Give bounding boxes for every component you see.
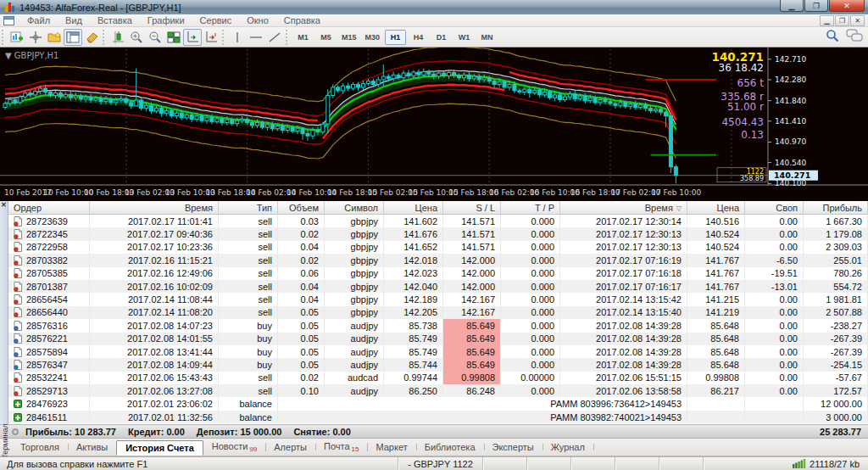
crosshair-button[interactable] bbox=[26, 29, 45, 46]
auto-scroll-button[interactable] bbox=[183, 29, 202, 46]
swap-cell: 0.00 bbox=[745, 319, 804, 332]
table-row[interactable]: 286564542017.02.14 11:08:44sell0.04gbpjp… bbox=[8, 293, 868, 305]
mdi-close-button[interactable]: ✕ bbox=[850, 15, 865, 26]
chat-icon[interactable] bbox=[846, 29, 863, 42]
order-cell: 28723639 bbox=[8, 215, 90, 227]
column-header-11[interactable]: Прибыль bbox=[804, 201, 868, 215]
column-header-6[interactable]: S / L bbox=[443, 201, 501, 215]
close-button[interactable]: ✕ bbox=[829, 0, 865, 12]
timeframe-button-m15[interactable]: M15 bbox=[338, 30, 360, 45]
mdi-restore-button[interactable]: ❐ bbox=[835, 15, 849, 26]
menu-item-справка[interactable]: Справка bbox=[276, 15, 328, 25]
timeframe-button-h4[interactable]: H4 bbox=[408, 30, 429, 45]
tab-новости[interactable]: Новости99 bbox=[203, 439, 266, 455]
timeframe-button-d1[interactable]: D1 bbox=[431, 30, 452, 45]
volume-cell: 0.02 bbox=[278, 254, 325, 266]
swap-cell: 0.00 bbox=[745, 241, 804, 254]
terminal-close-icon[interactable]: ✕ bbox=[1, 202, 7, 209]
column-header-8[interactable]: Время▽ bbox=[560, 201, 687, 215]
tab-активы[interactable]: Активы bbox=[68, 440, 116, 454]
table-row[interactable]: 286564402017.02.14 11:08:20sell0.05gbpjp… bbox=[8, 306, 868, 319]
tp-cell: 0.000 bbox=[501, 306, 560, 319]
menu-item-графики[interactable]: Графики bbox=[140, 15, 192, 25]
price-cell: 85.749 bbox=[384, 345, 443, 358]
table-row[interactable]: 287033822017.02.16 11:15:21sell0.02gbpjp… bbox=[8, 254, 868, 266]
tab-торговля[interactable]: Торговля bbox=[12, 440, 68, 454]
chart-shift-button[interactable] bbox=[202, 29, 220, 46]
column-header-4[interactable]: Символ bbox=[325, 201, 384, 215]
tab-почта[interactable]: Почта15 bbox=[315, 439, 367, 455]
horizontal-line-button[interactable] bbox=[247, 29, 265, 46]
chart-window-icon[interactable] bbox=[3, 16, 14, 25]
type-cell: sell bbox=[219, 384, 278, 397]
menu-item-вставка[interactable]: Вставка bbox=[90, 15, 140, 25]
title-bar[interactable]: 149453: AlfaForex-Real - [GBPJPY,H1] ▁ ❐… bbox=[0, 0, 868, 14]
styler-button[interactable] bbox=[82, 29, 101, 46]
table-row[interactable]: 285762212017.02.08 14:01:55buy0.05audjpy… bbox=[8, 333, 868, 345]
timeframe-button-m1[interactable]: M1 bbox=[292, 30, 314, 45]
new-chart-button[interactable] bbox=[8, 29, 26, 46]
timeframe-button-w1[interactable]: W1 bbox=[453, 30, 475, 45]
vertical-line-button[interactable] bbox=[228, 29, 247, 46]
tab-алерты[interactable]: Алерты bbox=[265, 440, 315, 454]
swap-cell: -13.01 bbox=[745, 280, 804, 293]
search-icon[interactable] bbox=[826, 29, 839, 42]
indicators-button[interactable] bbox=[108, 29, 127, 46]
table-row[interactable]: 285758942017.02.08 13:41:44buy0.05audjpy… bbox=[8, 345, 868, 358]
table-row[interactable]: 287229582017.02.17 10:23:36sell0.04gbpjp… bbox=[8, 241, 868, 254]
tab-история-счета[interactable]: История Счета bbox=[116, 440, 203, 456]
table-row[interactable]: 287236392017.02.17 11:01:41sell0.03gbpjp… bbox=[8, 215, 868, 227]
open-time-cell: 2017.02.17 09:40:36 bbox=[90, 227, 219, 240]
table-row[interactable]: 285322412017.02.06 15:43:43sell0.02audca… bbox=[8, 372, 868, 384]
column-header-1[interactable]: Время bbox=[90, 201, 219, 215]
table-row[interactable]: 285763472017.02.08 14:09:44buy0.05audjpy… bbox=[8, 358, 868, 371]
tab-separator bbox=[593, 444, 594, 450]
timeframe-button-h1[interactable]: H1 bbox=[385, 30, 406, 45]
tab-эксперты[interactable]: Эксперты bbox=[484, 440, 542, 454]
zoom-out-button[interactable] bbox=[146, 29, 164, 46]
column-header-10[interactable]: Своп bbox=[745, 201, 804, 215]
mdi-minimize-button[interactable]: ▁ bbox=[820, 15, 834, 26]
sl-cell: 142.000 bbox=[443, 267, 501, 280]
tile-windows-button[interactable] bbox=[164, 29, 183, 46]
menu-item-файл[interactable]: Файл bbox=[19, 15, 58, 25]
chart-window-mode-button[interactable] bbox=[64, 29, 82, 46]
table-row[interactable]: 284615112017.02.01 11:32:56balancePAMM 8… bbox=[8, 411, 868, 423]
timeframe-button-mn[interactable]: MN bbox=[476, 30, 498, 45]
type-cell: sell bbox=[219, 215, 278, 227]
table-row[interactable]: 285297132017.02.06 13:27:08sell0.10audjp… bbox=[8, 384, 868, 397]
price-cell: 141.676 bbox=[384, 227, 443, 240]
table-row[interactable]: 285763162017.02.08 14:07:23buy0.05audjpy… bbox=[8, 319, 868, 332]
sl-cell: 0.99808 bbox=[443, 372, 501, 384]
column-header-0[interactable]: Ордер bbox=[8, 201, 90, 215]
tab-библиотека[interactable]: Библиотека bbox=[416, 440, 484, 454]
tab-маркет[interactable]: Маркет bbox=[367, 440, 415, 454]
zoom-in-button[interactable] bbox=[127, 29, 146, 46]
tab-журнал[interactable]: Журнал bbox=[542, 440, 593, 454]
column-header-7[interactable]: T / P bbox=[501, 201, 560, 215]
minimize-button[interactable]: ▁ bbox=[780, 0, 804, 12]
restore-button[interactable]: ❐ bbox=[804, 0, 828, 12]
trendline-button[interactable] bbox=[265, 29, 284, 46]
price-chart[interactable]: 142.710142.280141.840141.410140.970140.5… bbox=[0, 48, 868, 201]
menu-item-окно[interactable]: Окно bbox=[239, 15, 276, 25]
table-row[interactable]: 287053852017.02.16 12:49:06sell0.06gbpjp… bbox=[8, 267, 868, 280]
column-header-3[interactable]: Объем bbox=[278, 201, 325, 215]
tile-windows-icon bbox=[167, 31, 181, 43]
menu-item-сервис[interactable]: Сервис bbox=[192, 15, 240, 25]
menu-item-вид[interactable]: Вид bbox=[58, 15, 90, 25]
chart-panel: 142.710142.280141.840141.410140.970140.5… bbox=[0, 48, 868, 201]
app-logo-icon bbox=[5, 3, 15, 13]
timeframe-button-m30[interactable]: M30 bbox=[362, 30, 384, 45]
column-header-2[interactable]: Тип bbox=[219, 201, 278, 215]
column-header-9[interactable]: Цена bbox=[687, 201, 745, 215]
timeframe-button-m5[interactable]: M5 bbox=[315, 30, 337, 45]
table-row[interactable]: 287013872017.02.16 10:02:09sell0.04gbpjp… bbox=[8, 280, 868, 293]
symbol-cell: gbpjpy bbox=[325, 215, 384, 227]
column-header-5[interactable]: Цена bbox=[384, 201, 443, 215]
summary-item: Прибыль: 10 283.77 bbox=[25, 427, 116, 437]
profiles-button[interactable] bbox=[45, 29, 64, 46]
table-row[interactable]: 284769232017.02.01 23:06:02balancePAMM 8… bbox=[8, 397, 868, 410]
table-row[interactable]: 287223452017.02.17 09:40:36sell0.02gbpjp… bbox=[8, 227, 868, 240]
swap-cell: 0.00 bbox=[745, 372, 804, 384]
